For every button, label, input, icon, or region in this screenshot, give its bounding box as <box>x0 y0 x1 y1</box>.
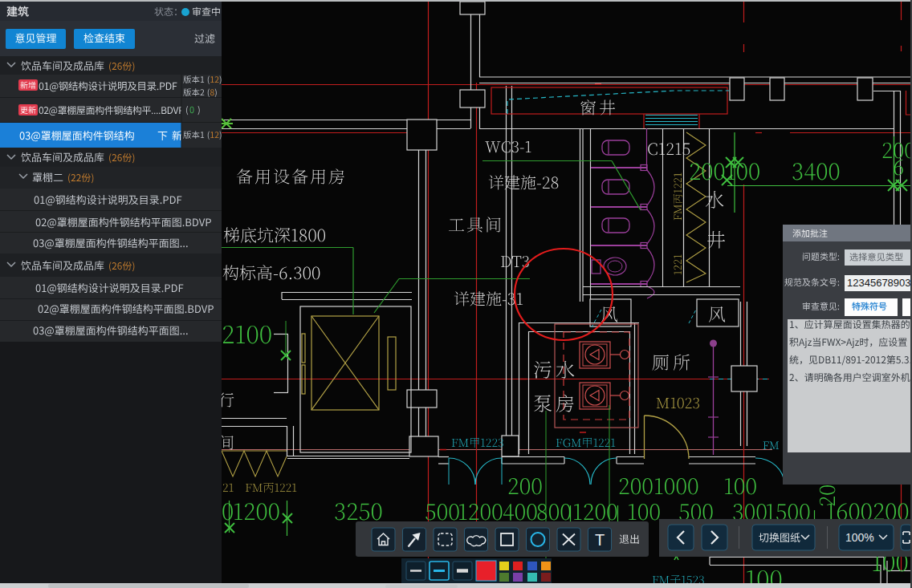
svg-text:100%: 100% <box>845 531 874 544</box>
svg-text:1234567890345: 1234567890345 <box>847 277 912 289</box>
svg-text:T: T <box>595 531 605 549</box>
